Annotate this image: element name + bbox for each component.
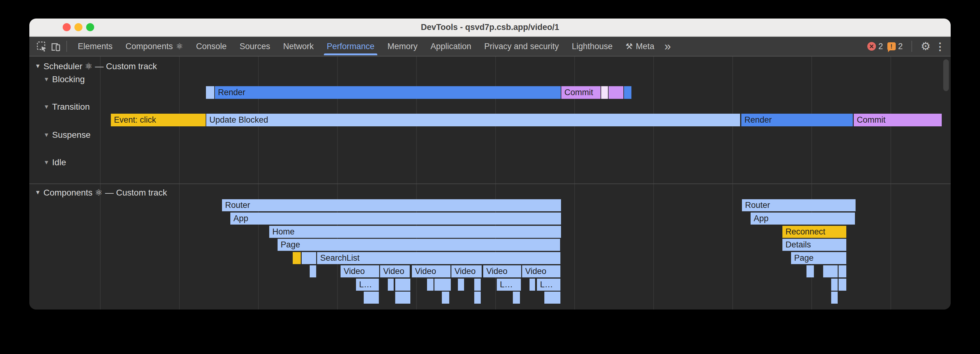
tab-application[interactable]: Application xyxy=(424,37,478,56)
flame-bar[interactable] xyxy=(395,292,410,304)
flame-bar[interactable] xyxy=(474,292,481,304)
collapse-triangle-icon: ▼ xyxy=(43,104,49,110)
flame-bar[interactable] xyxy=(530,279,535,291)
console-errors-badge[interactable]: ✕ 2 xyxy=(867,42,883,51)
subtrack-label-suspense[interactable]: ▼Suspense xyxy=(43,129,91,141)
flame-bar-label: Details xyxy=(783,241,811,249)
flame-bar[interactable] xyxy=(544,292,560,304)
flame-bar[interactable] xyxy=(427,279,433,291)
flame-bar-video[interactable]: Video xyxy=(340,265,379,277)
tab-label: Application xyxy=(430,42,471,51)
flame-bar-l-[interactable]: L… xyxy=(497,279,521,291)
flame-bar[interactable] xyxy=(474,279,481,291)
flame-bar-app[interactable]: App xyxy=(230,212,561,225)
flame-bar-app[interactable]: App xyxy=(751,212,855,225)
window-titlebar: DevTools - qsvd7p.csb.app/video/1 xyxy=(29,19,951,37)
flame-bar-commit[interactable]: Commit xyxy=(854,114,942,126)
flame-bar[interactable] xyxy=(609,86,624,99)
flame-bar[interactable] xyxy=(364,292,379,304)
subtrack-label-transition[interactable]: ▼Transition xyxy=(43,101,90,113)
flame-bar-label: Event: click xyxy=(111,116,156,124)
flame-bar[interactable] xyxy=(458,279,464,291)
flame-bar[interactable] xyxy=(395,279,410,291)
flame-bar[interactable] xyxy=(831,292,838,304)
flame-bar-searchlist[interactable]: SearchList xyxy=(317,252,560,264)
flame-bar-page[interactable]: Page xyxy=(278,239,560,251)
device-toolbar-icon[interactable] xyxy=(48,40,62,53)
flame-bar-label: Home xyxy=(269,228,294,236)
flame-bar-label: Router xyxy=(222,201,250,209)
tab-meta[interactable]: ⚒Meta xyxy=(619,37,661,56)
track-label-text: Scheduler ⚛ — Custom track xyxy=(43,61,157,71)
flame-bar[interactable] xyxy=(302,252,316,264)
flame-bar-video[interactable]: Video xyxy=(522,265,560,277)
flame-bar[interactable] xyxy=(624,86,632,99)
flame-bar-event-click[interactable]: Event: click xyxy=(111,114,206,126)
tab-network[interactable]: Network xyxy=(277,37,320,56)
more-tabs-icon[interactable]: » xyxy=(661,40,675,53)
flame-bar-l-[interactable]: L… xyxy=(356,279,379,291)
flame-bar-details[interactable]: Details xyxy=(783,239,846,251)
issues-badge[interactable]: ! 2 xyxy=(888,42,903,51)
issue-count: 2 xyxy=(898,42,903,51)
flame-bar[interactable] xyxy=(823,265,838,277)
flame-bar-video[interactable]: Video xyxy=(483,265,521,277)
flame-bar[interactable] xyxy=(310,265,316,277)
flame-bar-video[interactable]: Video xyxy=(412,265,450,277)
flame-bar[interactable] xyxy=(838,265,846,277)
tab-console[interactable]: Console xyxy=(189,37,233,56)
flame-bar[interactable] xyxy=(388,279,394,291)
tab-privacy-and-security[interactable]: Privacy and security xyxy=(478,37,565,56)
flame-bar-render[interactable]: Render xyxy=(215,86,561,99)
devtools-tabbar: ElementsComponents⚛ConsoleSourcesNetwork… xyxy=(29,37,951,57)
subtrack-label-blocking[interactable]: ▼Blocking xyxy=(43,73,85,86)
tab-performance[interactable]: Performance xyxy=(320,37,381,56)
tab-label: Network xyxy=(283,42,314,51)
track-label-text: Suspense xyxy=(52,130,91,140)
tab-memory[interactable]: Memory xyxy=(381,37,424,56)
tabbar-divider xyxy=(66,41,67,52)
subtrack-label-idle[interactable]: ▼Idle xyxy=(43,156,66,169)
screenshot-stage: DevTools - qsvd7p.csb.app/video/1 Elemen… xyxy=(0,0,980,354)
flame-bar[interactable] xyxy=(293,252,301,264)
flame-bar[interactable] xyxy=(513,292,520,304)
settings-gear-icon[interactable]: ⚙ xyxy=(921,41,931,52)
tab-sources[interactable]: Sources xyxy=(233,37,277,56)
flame-bar-video[interactable]: Video xyxy=(380,265,410,277)
tools-icon: ⚒ xyxy=(625,42,633,51)
tab-components[interactable]: Components⚛ xyxy=(119,37,189,56)
flame-bar[interactable] xyxy=(838,279,846,291)
flame-bar[interactable] xyxy=(807,265,814,277)
tab-label: Meta xyxy=(636,42,654,51)
window-title: DevTools - qsvd7p.csb.app/video/1 xyxy=(29,19,951,36)
flame-bar[interactable] xyxy=(442,292,449,304)
menu-dots-icon[interactable]: ⋮ xyxy=(935,41,945,52)
flame-bar-home[interactable]: Home xyxy=(269,226,561,238)
track-header-scheduler[interactable]: ▼Scheduler ⚛ — Custom track xyxy=(35,60,157,72)
flame-bar[interactable] xyxy=(831,279,838,291)
flame-bar-label: Page xyxy=(791,254,814,262)
vertical-scrollbar-thumb[interactable] xyxy=(943,59,949,91)
flame-bar-router[interactable]: Router xyxy=(742,199,856,211)
flame-bar-render[interactable]: Render xyxy=(741,114,853,126)
tab-lighthouse[interactable]: Lighthouse xyxy=(565,37,619,56)
tab-elements[interactable]: Elements xyxy=(71,37,119,56)
flame-bar-l-[interactable]: L… xyxy=(537,279,560,291)
flame-bar[interactable] xyxy=(601,86,608,99)
flame-bar-router[interactable]: Router xyxy=(222,199,561,211)
flame-bar-video[interactable]: Video xyxy=(452,265,482,277)
flame-bar-label: Commit xyxy=(854,116,886,124)
flame-bar-label: App xyxy=(751,214,768,223)
flame-bar-page[interactable]: Page xyxy=(791,252,846,264)
track-label-text: Idle xyxy=(52,158,66,167)
flame-bar-update-blocked[interactable]: Update Blocked xyxy=(206,114,740,126)
inspect-element-icon[interactable] xyxy=(35,40,48,53)
flame-bar-commit[interactable]: Commit xyxy=(561,86,601,99)
collapse-triangle-icon: ▼ xyxy=(43,76,49,83)
atom-icon: ⚛ xyxy=(176,42,183,51)
flame-bar[interactable] xyxy=(434,279,451,291)
flame-bar-reconnect[interactable]: Reconnect xyxy=(783,226,846,238)
flame-bar-label: SearchList xyxy=(317,254,360,262)
track-header-components[interactable]: ▼Components ⚛ — Custom track xyxy=(35,186,167,199)
flame-bar[interactable] xyxy=(206,86,214,99)
